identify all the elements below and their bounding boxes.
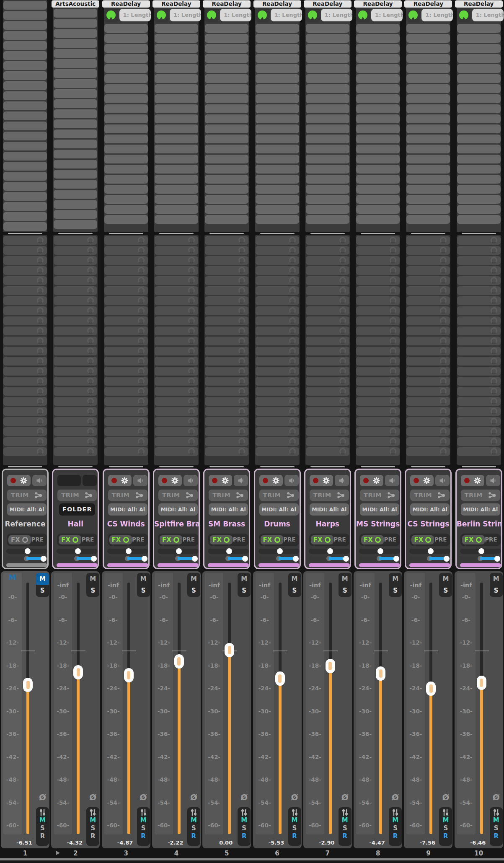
width-slider-handle[interactable]	[192, 556, 198, 562]
send-slot-empty[interactable]	[457, 316, 501, 325]
monitor-button[interactable]	[184, 475, 198, 486]
solo-indicator[interactable]: S	[40, 824, 45, 832]
fx-slot-empty[interactable]	[3, 212, 47, 221]
solo-indicator[interactable]: S	[191, 824, 196, 832]
fx-button[interactable]: FX	[462, 535, 485, 544]
send-slot-empty[interactable]	[3, 306, 47, 315]
send-slot-empty[interactable]	[104, 447, 148, 456]
track-number[interactable]: 6	[253, 850, 302, 857]
fx-slot-empty[interactable]	[356, 104, 400, 113]
send-slot-empty[interactable]	[54, 427, 97, 436]
send-slot-empty[interactable]	[104, 387, 148, 396]
mute-button[interactable]: M	[137, 573, 150, 585]
fx-slot-empty[interactable]	[256, 114, 299, 123]
send-slot-empty[interactable]	[406, 397, 450, 406]
mute-indicator[interactable]: M	[241, 816, 247, 824]
send-slot-empty[interactable]	[54, 387, 97, 396]
send-slot-empty[interactable]	[356, 337, 400, 345]
fx-slot-empty[interactable]	[306, 195, 349, 204]
record-arm-settings-group[interactable]	[57, 475, 81, 486]
send-slot-empty[interactable]	[3, 347, 47, 355]
fx-slot-empty[interactable]	[155, 104, 198, 113]
solo-button[interactable]: S	[288, 585, 301, 597]
record-arm-settings-group[interactable]	[461, 475, 484, 486]
send-slot-empty[interactable]	[256, 407, 299, 416]
fx-slot-empty[interactable]	[3, 172, 47, 181]
fx-button[interactable]: FX	[8, 535, 31, 544]
send-slot-empty[interactable]	[205, 236, 248, 245]
send-list-resize-handle[interactable]	[209, 466, 244, 467]
fx-slot-empty[interactable]	[205, 195, 248, 204]
fx-slot-empty[interactable]	[104, 34, 148, 43]
fx-slot-empty[interactable]	[205, 74, 248, 83]
send-slot-empty[interactable]	[356, 407, 400, 416]
mute-indicator[interactable]: M	[90, 816, 96, 824]
fx-param-knob[interactable]	[356, 8, 370, 22]
width-slider[interactable]	[309, 556, 350, 561]
fx-knob-icon[interactable]	[476, 537, 482, 543]
fader-params-icon[interactable]	[140, 809, 147, 816]
send-slot-empty[interactable]	[457, 447, 501, 456]
monitor-button[interactable]	[284, 475, 299, 486]
phase-button[interactable]: Ø	[238, 792, 251, 802]
send-slot-empty[interactable]	[306, 296, 349, 305]
fx-slot-empty[interactable]	[457, 205, 501, 214]
track-number[interactable]: 7	[303, 850, 352, 857]
send-list-resize-handle[interactable]	[310, 466, 345, 467]
send-slot-empty[interactable]	[54, 437, 97, 446]
monitor-button[interactable]	[385, 475, 399, 486]
send-slot-empty[interactable]	[104, 276, 148, 285]
solo-button[interactable]: S	[187, 585, 200, 597]
fx-list-resize-handle[interactable]	[109, 233, 143, 234]
routing-icon[interactable]	[84, 492, 93, 499]
fx-slot-empty[interactable]	[356, 44, 400, 53]
mute-button[interactable]: M	[238, 573, 251, 585]
fx-slot-empty[interactable]	[256, 34, 299, 43]
monitor-button[interactable]	[32, 475, 47, 486]
send-slot-empty[interactable]	[356, 236, 400, 245]
fx-slot-empty[interactable]	[54, 99, 97, 108]
fx-slot-empty[interactable]	[104, 104, 148, 113]
width-slider-handle[interactable]	[444, 556, 450, 562]
send-slot-empty[interactable]	[406, 347, 450, 355]
mute-indicator[interactable]: M	[39, 816, 46, 824]
fx-param-knob[interactable]	[255, 8, 269, 22]
send-slot-empty[interactable]	[406, 387, 450, 396]
phase-button[interactable]: Ø	[439, 792, 452, 802]
solo-button[interactable]: S	[238, 585, 251, 597]
send-slot-empty[interactable]	[306, 266, 349, 275]
fx-slot-empty[interactable]	[406, 155, 450, 163]
send-slot-empty[interactable]	[356, 327, 400, 335]
fx-slot-empty[interactable]	[3, 222, 47, 231]
fx-slot-empty[interactable]	[155, 175, 198, 184]
fx-slot-empty[interactable]	[306, 64, 349, 73]
routing-icon[interactable]	[488, 492, 497, 499]
solo-indicator[interactable]: S	[443, 824, 448, 832]
fx-slot-empty[interactable]	[457, 84, 501, 93]
send-slot-empty[interactable]	[457, 427, 501, 436]
fx-knob-icon[interactable]	[72, 537, 78, 543]
midi-input-button[interactable]: MIDI: All: Al	[108, 503, 147, 516]
fx-slot-empty[interactable]	[356, 215, 400, 224]
send-slot-empty[interactable]	[104, 256, 148, 265]
track-name[interactable]: Reference	[3, 520, 47, 529]
send-slot-empty[interactable]	[155, 256, 198, 265]
send-slot-empty[interactable]	[406, 367, 450, 376]
volume-fader-handle[interactable]	[225, 643, 234, 657]
send-slot-empty[interactable]	[406, 447, 450, 456]
fader-params-icon[interactable]	[291, 809, 298, 816]
phase-button[interactable]: Ø	[36, 792, 49, 802]
send-slot-empty[interactable]	[457, 246, 501, 255]
fx-slot-empty[interactable]	[54, 210, 97, 219]
mute-indicator[interactable]: M	[140, 816, 147, 824]
fx-slot-empty[interactable]	[457, 74, 501, 83]
solo-indicator[interactable]: S	[292, 824, 297, 832]
send-slot-empty[interactable]	[406, 306, 450, 315]
send-slot-empty[interactable]	[205, 266, 248, 275]
fx-button[interactable]: FX	[59, 535, 81, 544]
phase-button[interactable]: Ø	[187, 792, 200, 802]
fx-slot-empty[interactable]	[256, 205, 299, 214]
send-slot-empty[interactable]	[104, 337, 148, 345]
volume-fader-handle[interactable]	[376, 666, 385, 681]
fx-slot-empty[interactable]	[54, 180, 97, 189]
